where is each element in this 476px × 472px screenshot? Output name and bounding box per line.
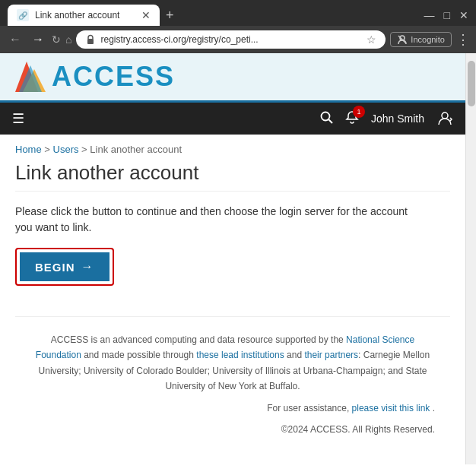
site-footer: ACCESS is an advanced computing and data… (15, 316, 450, 452)
footer-text: ACCESS is an advanced computing and data… (30, 332, 435, 394)
tab-bar: 🔗 Link another account ✕ + — □ ✕ (0, 0, 476, 26)
lead-institutions-link[interactable]: these lead institutions (196, 350, 284, 360)
navigation-bar: ← → ↻ ⌂ registry.access-ci.org/registry/… (0, 26, 476, 53)
scrollbar[interactable] (465, 53, 476, 464)
breadcrumb-sep2: > (81, 144, 90, 155)
scrollbar-thumb[interactable] (468, 61, 475, 106)
new-tab-button[interactable]: + (166, 8, 174, 24)
bookmark-icon[interactable]: ☆ (367, 33, 376, 46)
hamburger-menu-button[interactable]: ☰ (12, 110, 24, 127)
partners-link[interactable]: their partners (304, 350, 358, 360)
incognito-icon (397, 34, 408, 45)
breadcrumb-current: Link another account (90, 144, 182, 155)
breadcrumb-home[interactable]: Home (15, 144, 42, 155)
svg-line-9 (328, 119, 332, 123)
notification-count: 1 (353, 106, 365, 118)
browser-menu-button[interactable]: ⋮ (456, 31, 470, 48)
user-avatar-button[interactable] (436, 109, 453, 128)
assistance-suffix: . (433, 403, 435, 413)
address-text: registry.access-ci.org/registry/co_peti.… (100, 34, 362, 45)
footer-assistance: For user assistance, please visit this l… (30, 401, 435, 416)
tab-close-button[interactable]: ✕ (141, 9, 151, 21)
breadcrumb-users[interactable]: Users (53, 144, 79, 155)
site-logo-text: ACCESS (52, 61, 175, 93)
home-button[interactable]: ⌂ (65, 33, 71, 46)
maximize-button[interactable]: □ (444, 9, 450, 21)
incognito-badge: Incognito (390, 32, 452, 47)
page-wrapper: ACCESS ☰ 1 John Smith Home (0, 53, 476, 464)
lock-icon (85, 34, 96, 45)
svg-point-10 (442, 112, 448, 119)
logo-icon (15, 62, 46, 92)
nav-right: 1 John Smith (319, 109, 453, 128)
window-controls: — □ ✕ (424, 9, 476, 21)
forward-button[interactable]: → (29, 31, 47, 48)
breadcrumb-sep1: > (44, 144, 52, 155)
footer-copyright: ©2024 ACCESS. All Rights Reserved. (30, 422, 435, 437)
begin-button[interactable]: BEGIN → (20, 252, 109, 281)
breadcrumb: Home > Users > Link another account (0, 135, 465, 158)
refresh-button[interactable]: ↻ (52, 33, 61, 46)
search-button[interactable] (319, 110, 333, 127)
address-bar[interactable]: registry.access-ci.org/registry/co_peti.… (76, 30, 386, 49)
svg-rect-2 (87, 39, 94, 44)
minimize-button[interactable]: — (424, 9, 435, 21)
begin-arrow-icon: → (81, 260, 94, 274)
browser-chrome: 🔗 Link another account ✕ + — □ ✕ ← → ↻ ⌂… (0, 0, 476, 53)
incognito-label: Incognito (411, 35, 445, 44)
page-content: ACCESS ☰ 1 John Smith Home (0, 53, 465, 464)
page-title: Link another account (15, 161, 450, 192)
main-content: Link another account Please click the bu… (0, 158, 465, 464)
back-button[interactable]: ← (6, 31, 24, 48)
tab-title: Link another account (35, 10, 135, 21)
begin-label: BEGIN (35, 261, 75, 274)
logo-area: ACCESS (15, 61, 450, 93)
notifications-button[interactable]: 1 (345, 110, 359, 127)
username-label[interactable]: John Smith (371, 112, 424, 125)
begin-button-wrapper: BEGIN → (15, 248, 114, 286)
site-nav: ☰ 1 John Smith (0, 103, 465, 135)
tab-favicon: 🔗 (17, 9, 29, 21)
svg-text:🔗: 🔗 (18, 11, 28, 21)
info-text: Please click the button to continue and … (15, 204, 411, 236)
active-tab[interactable]: 🔗 Link another account ✕ (8, 5, 160, 26)
visit-link[interactable]: please visit this link (352, 403, 430, 413)
svg-point-8 (321, 112, 329, 121)
site-header: ACCESS (0, 53, 465, 103)
close-button[interactable]: ✕ (459, 9, 468, 21)
svg-line-4 (398, 36, 406, 43)
assistance-prefix: For user assistance, (267, 403, 349, 413)
